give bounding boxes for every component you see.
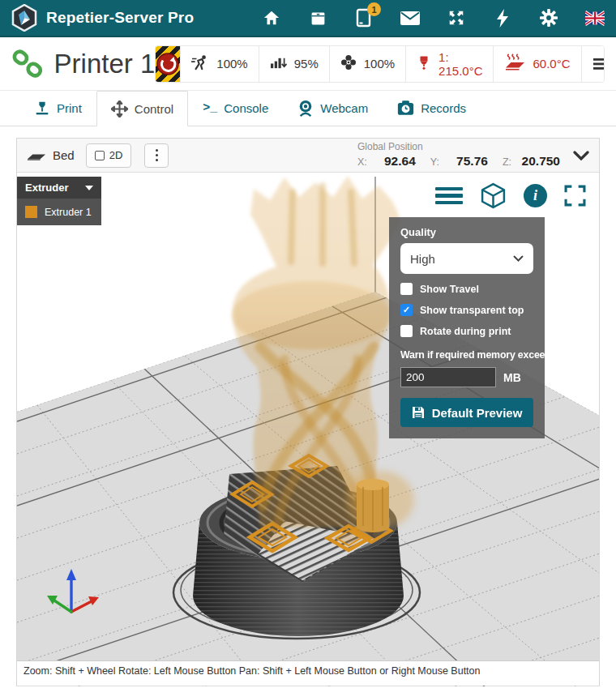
layers-menu-button[interactable] bbox=[435, 184, 463, 208]
hamburger-icon bbox=[593, 58, 605, 70]
quality-label: Quality bbox=[400, 226, 533, 238]
flow-icon bbox=[270, 55, 287, 73]
toggle-2d-label: 2D bbox=[109, 149, 123, 161]
printer-name: Printer 1 bbox=[54, 49, 156, 79]
bed-label: Bed bbox=[53, 148, 75, 162]
extruder-temp-button[interactable]: 1: 215.0°C bbox=[405, 46, 493, 82]
chevron-down-icon bbox=[513, 255, 524, 262]
records-tab-icon bbox=[397, 100, 414, 116]
bed-temp-button[interactable]: 60.0°C bbox=[493, 46, 580, 82]
heated-bed-icon bbox=[504, 53, 525, 74]
show-transparent-top-label: Show transparent top bbox=[420, 305, 524, 316]
checkbox-2d-icon bbox=[95, 151, 105, 160]
flow-multiplier-button[interactable]: 95% bbox=[259, 46, 329, 82]
fan-speed-button[interactable]: 100% bbox=[329, 46, 405, 82]
memory-input[interactable] bbox=[400, 367, 496, 387]
z-value: 20.750 bbox=[518, 153, 560, 169]
control-tab-icon bbox=[111, 100, 128, 118]
repetier-server-page: Repetier-Server Pro 1 bbox=[0, 0, 616, 688]
settings-gear-icon[interactable] bbox=[539, 8, 558, 28]
fullscreen-icon[interactable] bbox=[564, 185, 586, 207]
global-position: Global Position X: 92.64 Y: 75.76 Z: 20.… bbox=[357, 141, 560, 169]
viewer-toolbar: i bbox=[435, 182, 586, 209]
extruder-color-swatch bbox=[25, 206, 37, 218]
mail-icon[interactable] bbox=[400, 8, 420, 28]
tab-records[interactable]: Records bbox=[383, 91, 481, 126]
emergency-stop-button[interactable] bbox=[156, 46, 180, 82]
repetier-logo-icon[interactable] bbox=[11, 4, 37, 32]
bed-selector[interactable]: Bed bbox=[27, 148, 75, 162]
fan-value: 100% bbox=[364, 57, 395, 71]
y-value: 75.76 bbox=[446, 153, 488, 169]
printer-tabs: Print Control >_ Console Webcam bbox=[0, 91, 616, 126]
kebab-dot bbox=[156, 154, 159, 157]
quality-select[interactable]: High bbox=[400, 243, 533, 274]
toggle-2d-button[interactable]: 2D bbox=[86, 143, 132, 168]
app-title: Repetier-Server Pro bbox=[46, 9, 194, 27]
collapse-chevron-icon[interactable] bbox=[573, 151, 589, 160]
top-navbar: Repetier-Server Pro 1 bbox=[0, 0, 616, 37]
default-preview-button[interactable]: Default Preview bbox=[400, 398, 533, 427]
link-status-icon[interactable] bbox=[11, 46, 45, 82]
preview-settings-panel: Quality High Show Travel ✓ Show transpar… bbox=[389, 217, 545, 438]
printer-header: Printer 1 100% bbox=[0, 37, 616, 91]
tab-print[interactable]: Print bbox=[19, 91, 96, 126]
rotate-during-print-label: Rotate during print bbox=[420, 326, 511, 337]
printer-queue-icon[interactable] bbox=[308, 8, 327, 28]
extruder-icon bbox=[417, 53, 431, 74]
preview-3d-viewer: Bed 2D Global Position X: 92.64 Y: 75.76… bbox=[16, 138, 600, 686]
y-label: Y: bbox=[430, 156, 439, 169]
extruder-legend-title: Extruder bbox=[25, 182, 68, 194]
viewer-more-button[interactable] bbox=[144, 143, 169, 168]
global-position-caption: Global Position bbox=[357, 141, 560, 153]
info-glyph: i bbox=[533, 187, 537, 204]
default-preview-label: Default Preview bbox=[432, 406, 523, 420]
tab-webcam-label: Webcam bbox=[320, 101, 368, 115]
extruder-legend-header[interactable]: Extruder bbox=[17, 177, 101, 199]
memory-input-row: MB bbox=[400, 367, 533, 387]
viewer-header: Bed 2D Global Position X: 92.64 Y: 75.76… bbox=[17, 139, 599, 173]
show-transparent-top-checkbox[interactable]: ✓ Show transparent top bbox=[400, 304, 533, 316]
rotate-during-print-checkbox[interactable]: Rotate during print bbox=[400, 325, 533, 337]
expand-arrows-icon[interactable] bbox=[447, 8, 466, 28]
bed-icon bbox=[27, 149, 46, 162]
quality-value: High bbox=[410, 252, 435, 266]
show-travel-checkbox[interactable]: Show Travel bbox=[400, 283, 533, 295]
bed-temp-value: 60.0°C bbox=[533, 57, 570, 71]
check-glyph: ✓ bbox=[403, 305, 410, 315]
checkbox-unchecked-icon bbox=[400, 283, 413, 295]
speed-multiplier-button[interactable]: 100% bbox=[180, 46, 258, 82]
x-label: X: bbox=[357, 156, 367, 169]
extruder-legend-item[interactable]: Extruder 1 bbox=[17, 199, 101, 225]
home-icon[interactable] bbox=[262, 8, 281, 28]
save-icon bbox=[412, 406, 425, 419]
extruder-item-label: Extruder 1 bbox=[45, 207, 92, 218]
kebab-dot bbox=[156, 159, 159, 162]
speed-icon bbox=[191, 54, 209, 73]
info-button[interactable]: i bbox=[524, 184, 547, 207]
language-flag-icon[interactable] bbox=[585, 8, 605, 28]
caret-down-icon bbox=[85, 186, 93, 190]
viewer-help-text: Zoom: Shift + Wheel Rotate: Left Mouse B… bbox=[17, 660, 599, 686]
memory-unit-label: MB bbox=[503, 371, 521, 384]
tab-records-label: Records bbox=[421, 101, 466, 115]
show-travel-label: Show Travel bbox=[420, 284, 479, 295]
print-tab-icon bbox=[34, 100, 50, 117]
webcam-tab-icon bbox=[297, 100, 314, 117]
printer-menu-button[interactable] bbox=[581, 46, 605, 82]
devices-badge: 1 bbox=[367, 2, 381, 16]
cube-3d-icon[interactable] bbox=[480, 182, 507, 209]
console-tab-icon: >_ bbox=[203, 101, 217, 115]
printer-stats-toolbar: 100% 95% bbox=[155, 45, 605, 83]
checkbox-unchecked-icon bbox=[400, 325, 413, 337]
tab-console[interactable]: >_ Console bbox=[188, 91, 283, 126]
tab-control[interactable]: Control bbox=[96, 91, 188, 126]
navbar-icons: 1 bbox=[262, 8, 605, 28]
tab-webcam[interactable]: Webcam bbox=[283, 91, 383, 126]
devices-icon[interactable]: 1 bbox=[354, 8, 374, 28]
memory-warn-label: Warn if required memory exceeds bbox=[400, 349, 533, 361]
power-actions-icon[interactable] bbox=[493, 8, 512, 28]
extruder-legend: Extruder Extruder 1 bbox=[17, 177, 101, 225]
x-value: 92.64 bbox=[374, 153, 416, 169]
extruder-temp-value: 1: 215.0°C bbox=[438, 50, 482, 78]
